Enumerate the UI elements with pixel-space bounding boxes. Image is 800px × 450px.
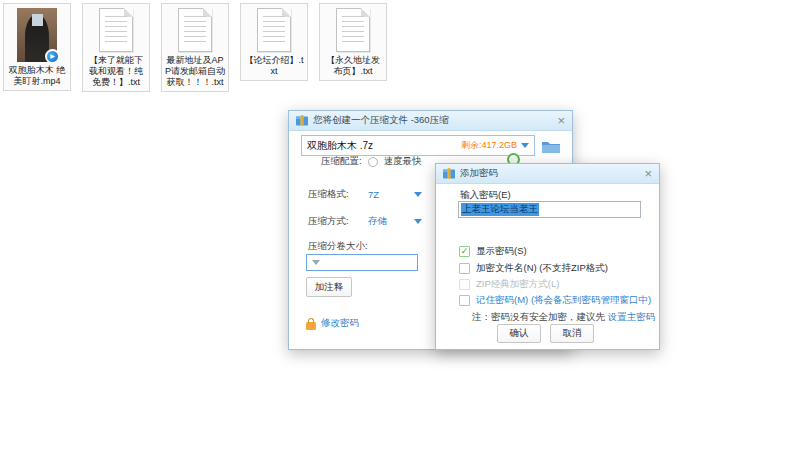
file-tile-video[interactable]: ▶ 双胞胎木木 绝美盯射.mp4 [3, 3, 71, 91]
file-tile-text-2[interactable]: 最新地址及APP请发邮箱自动获取！！！.txt [161, 3, 229, 92]
method-label: 压缩方式: [308, 215, 368, 228]
checkbox-disabled-icon [459, 279, 470, 290]
checkbox-label: 显示密码(S) [476, 245, 527, 258]
note-text: 注：密码没有安全加密，建议先 [472, 311, 608, 322]
password-input[interactable]: 上老王论坛当老王 [458, 201, 641, 218]
file-name-label: 【来了就能下载和观看！纯免费！】.txt [85, 55, 147, 88]
text-file-icon [178, 8, 212, 52]
dialog-title: 添加密码 [460, 167, 498, 180]
config-label: 压缩配置: [321, 155, 362, 168]
split-size-combobox[interactable] [306, 254, 418, 271]
file-tile-text-4[interactable]: 【永久地址发布页】.txt [319, 3, 387, 81]
checkbox-unchecked-icon[interactable] [459, 295, 470, 306]
checkbox-label: 加密文件名(N) (不支持ZIP格式) [476, 262, 608, 275]
method-value: 存储 [368, 215, 387, 228]
split-size-label: 压缩分卷大小: [308, 240, 368, 253]
checkbox-label: ZIP经典加密方式(L) [476, 278, 559, 291]
add-password-dialog: 添加密码 × 输入密码(E) 上老王论坛当老王 ✓ 显示密码(S) 加密文件名(… [435, 163, 660, 350]
file-name-label: 双胞胎木木 绝美盯射.mp4 [6, 65, 68, 87]
file-tile-text-1[interactable]: 【来了就能下载和观看！纯免费！】.txt [82, 3, 150, 92]
checkbox-encrypt-filenames[interactable]: 加密文件名(N) (不支持ZIP格式) [459, 262, 608, 275]
compress-config-row: 压缩配置: 速度最快 [321, 155, 422, 168]
file-name-label: 最新地址及APP请发邮箱自动获取！！！.txt [164, 55, 226, 88]
archive-name-input[interactable]: 双胞胎木木 .7z 剩余:417.2GB [301, 135, 535, 156]
video-player-badge-icon: ▶ [45, 49, 60, 64]
archive-filename: 双胞胎木木 .7z [307, 139, 457, 153]
password-selected-text: 上老王论坛当老王 [461, 203, 539, 216]
chevron-down-icon[interactable] [521, 143, 529, 148]
text-file-icon [257, 8, 291, 52]
confirm-button[interactable]: 确认 [497, 324, 541, 343]
add-comment-button[interactable]: 加注释 [306, 277, 352, 297]
chevron-down-icon [414, 219, 422, 224]
change-password-link[interactable]: 修改密码 [321, 317, 359, 330]
checkbox-checked-icon[interactable]: ✓ [459, 246, 470, 257]
format-label: 压缩格式: [308, 188, 368, 201]
chevron-down-icon [414, 192, 422, 197]
format-dropdown[interactable]: 压缩格式: 7Z [308, 188, 422, 201]
disk-space-remaining: 剩余:417.2GB [461, 139, 517, 152]
checkbox-zip-classic-encryption: ZIP经典加密方式(L) [459, 278, 559, 291]
close-icon[interactable]: × [557, 114, 565, 127]
desktop-file-list: ▶ 双胞胎木木 绝美盯射.mp4 【来了就能下载和观看！纯免费！】.txt 最新… [3, 3, 387, 92]
close-icon[interactable]: × [644, 167, 652, 180]
lock-icon [306, 322, 316, 330]
text-file-icon [336, 8, 370, 52]
checkbox-remember-password[interactable]: 记住密码(M) (将会备忘到密码管理窗口中) [459, 294, 651, 307]
file-tile-text-3[interactable]: 【论坛介绍】.txt [240, 3, 308, 81]
checkbox-label: 记住密码(M) (将会备忘到密码管理窗口中) [476, 294, 651, 307]
text-file-icon [99, 8, 133, 52]
checkbox-show-password[interactable]: ✓ 显示密码(S) [459, 245, 527, 258]
set-master-password-link[interactable]: 设置主密码 [608, 311, 656, 322]
file-name-label: 【论坛介绍】.txt [243, 55, 305, 77]
checkbox-unchecked-icon[interactable] [459, 263, 470, 274]
dialog-titlebar: 您将创建一个压缩文件 -360压缩 × [289, 111, 572, 131]
archive-app-icon [296, 115, 308, 126]
format-value: 7Z [368, 189, 379, 200]
security-note: 注：密码没有安全加密，建议先 设置主密码 [472, 311, 655, 324]
browse-folder-icon[interactable] [541, 138, 561, 154]
method-dropdown[interactable]: 压缩方式: 存储 [308, 215, 422, 228]
change-password-row[interactable]: 修改密码 [306, 317, 359, 330]
thumbnail-face [32, 14, 43, 26]
file-name-label: 【永久地址发布页】.txt [322, 55, 384, 77]
video-thumbnail: ▶ [17, 8, 57, 62]
radio-fastest-label: 速度最快 [384, 155, 422, 168]
dialog-titlebar: 添加密码 × [436, 164, 659, 184]
cancel-button[interactable]: 取消 [550, 324, 594, 343]
chevron-down-icon [312, 260, 320, 265]
dialog-title: 您将创建一个压缩文件 -360压缩 [313, 114, 449, 127]
archive-app-icon [443, 168, 455, 179]
radio-fastest[interactable] [368, 157, 378, 167]
